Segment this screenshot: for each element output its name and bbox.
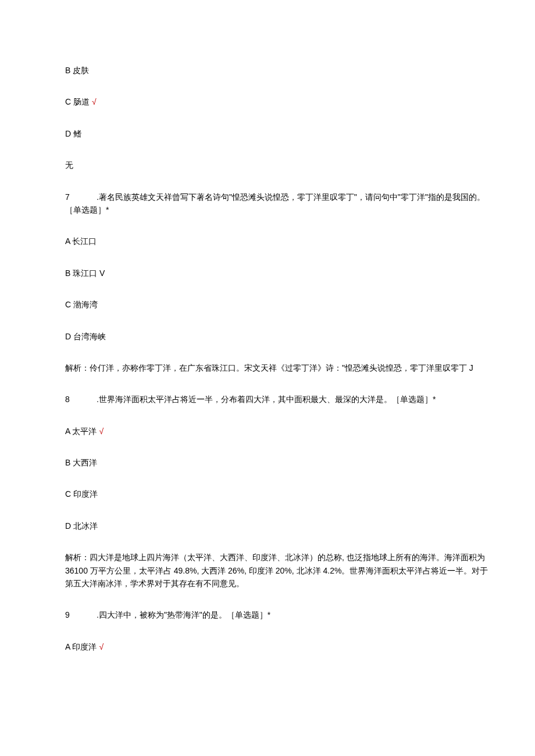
q8-option-c: C 印度洋 xyxy=(47,488,488,500)
option-text: A 印度洋 xyxy=(65,642,97,651)
q8-option-a: A 太平洋√ xyxy=(47,425,488,438)
option-text: 无 xyxy=(65,160,73,170)
question-text: .著名民族英雄文天祥曾写下著名诗句"惶恐滩头说惶恐，零丁洋里叹零丁"，请问句中"… xyxy=(65,192,485,214)
q6-option-b: B 皮肤 xyxy=(47,64,488,77)
q7-option-b: B 珠江口 V xyxy=(47,267,488,280)
option-text: B 皮肤 xyxy=(65,66,89,75)
q7-option-c: C 渤海湾 xyxy=(47,298,488,311)
analysis-text: 解析：四大洋是地球上四片海洋（太平洋、大西洋、印度洋、北冰洋）的总称, 也泛指地… xyxy=(65,553,488,588)
q7-option-d: D 台湾海峡 xyxy=(47,330,488,343)
q9-option-a: A 印度洋√ xyxy=(47,640,488,653)
question-number: 8 xyxy=(65,393,77,406)
option-text: B 珠江口 V xyxy=(65,268,105,278)
q8-stem: 8.世界海洋面积太平洋占将近一半，分布着四大洋，其中面积最大、最深的大洋是。［单… xyxy=(47,393,488,406)
option-text: C 渤海湾 xyxy=(65,300,98,309)
q7-stem: 7.著名民族英雄文天祥曾写下著名诗句"惶恐滩头说惶恐，零丁洋里叹零丁"，请问句中… xyxy=(47,191,488,217)
q9-stem: 9.四大洋中，被称为"热带海洋"的是。［单选题］* xyxy=(47,608,488,621)
q6-option-d: D 鳍 xyxy=(47,127,488,140)
option-text: A 太平洋 xyxy=(65,427,97,436)
check-icon: √ xyxy=(99,642,104,651)
analysis-text: 解析：伶仃洋，亦称作零丁洋，在广东省珠江口。宋文天祥《过零丁洋》诗："惶恐滩头说… xyxy=(65,363,473,372)
q8-option-b: B 大西洋 xyxy=(47,456,488,469)
question-number: 9 xyxy=(65,608,77,621)
q7-option-a: A 长江口 xyxy=(47,235,488,248)
question-text: .四大洋中，被称为"热带海洋"的是。［单选题］* xyxy=(97,610,270,619)
q8-analysis: 解析：四大洋是地球上四片海洋（太平洋、大西洋、印度洋、北冰洋）的总称, 也泛指地… xyxy=(47,551,488,590)
option-text: C 肠道 xyxy=(65,97,90,106)
q6-none: 无 xyxy=(47,159,488,171)
option-text: C 印度洋 xyxy=(65,489,98,499)
q7-analysis: 解析：伶仃洋，亦称作零丁洋，在广东省珠江口。宋文天祥《过零丁洋》诗："惶恐滩头说… xyxy=(47,361,488,374)
option-text: D 台湾海峡 xyxy=(65,332,106,341)
q8-option-d: D 北冰洋 xyxy=(47,519,488,532)
question-number: 7 xyxy=(65,191,77,203)
question-text: .世界海洋面积太平洋占将近一半，分布着四大洋，其中面积最大、最深的大洋是。［单选… xyxy=(97,395,436,404)
check-icon: √ xyxy=(99,427,104,436)
check-icon: √ xyxy=(92,97,97,106)
option-text: D 鳍 xyxy=(65,129,81,138)
option-text: A 长江口 xyxy=(65,237,97,246)
option-text: D 北冰洋 xyxy=(65,521,98,531)
option-text: B 大西洋 xyxy=(65,458,97,467)
q6-option-c: C 肠道√ xyxy=(47,95,488,108)
